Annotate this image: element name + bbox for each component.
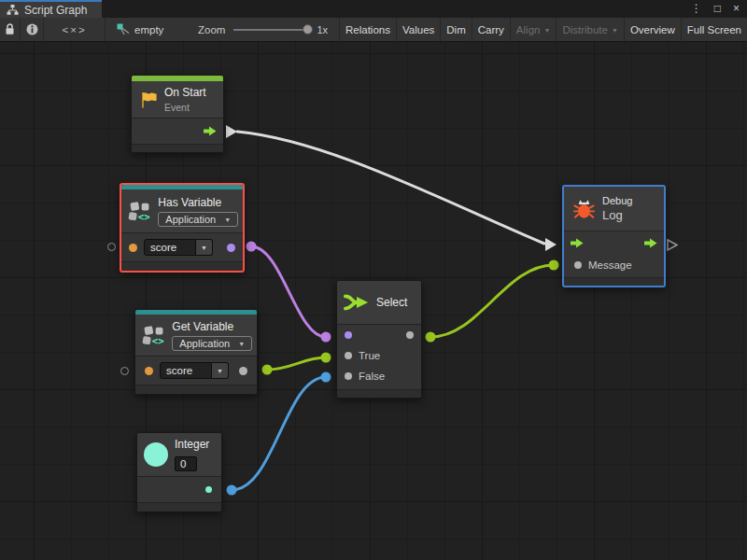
overview-label: Overview [630,24,675,35]
node-header: <> Has Variable Application ▼ [121,189,243,233]
node-subtitle: Log [602,208,632,222]
graph-toolbar: <×> empty Zoom 1x Relations Values Dim C… [0,18,747,42]
port-row: False [337,366,421,386]
true-port-label: True [359,350,380,361]
code-brackets-button[interactable]: <×> [44,18,106,41]
values-button[interactable]: Values [397,18,441,41]
full-screen-label: Full Screen [687,24,741,35]
integer-output-port[interactable] [205,486,212,493]
variable-name-field[interactable]: score ▼ [144,239,213,256]
zoom-slider-handle[interactable] [303,24,313,35]
node-integer[interactable]: Integer 0 [136,432,222,512]
zoom-value: 1x [317,24,328,35]
variable-scope-dropdown[interactable]: Application ▼ [158,212,238,227]
has-variable-unconnected-target-port[interactable] [107,243,116,251]
unity-visual-scripting-window: Script Graph ⋮ □ × <×> [0,0,747,560]
carry-label: Carry [478,24,504,35]
port-row: score ▼ [121,233,243,261]
node-footer [337,389,421,398]
window-controls: ⋮ □ × [691,0,740,18]
node-header: Select [337,281,421,325]
port-row: True [337,345,421,366]
variable-name-input-port[interactable] [145,367,153,375]
node-select[interactable]: Select True False [336,280,422,399]
result-output-port[interactable] [227,244,235,252]
align-button[interactable]: Align ▼ [511,18,557,41]
get-variable-unconnected-target-port[interactable] [120,367,129,375]
distribute-button[interactable]: Distribute ▼ [557,18,625,41]
value-output-port[interactable] [239,367,247,375]
svg-text:<>: <> [138,211,150,221]
true-input-port[interactable] [345,352,352,359]
node-footer [121,261,243,271]
dim-button[interactable]: Dim [441,18,472,41]
selection-status-label: empty [134,24,163,35]
values-label: Values [402,24,434,35]
code-brackets-label: <×> [63,24,87,35]
zoom-control: Zoom 1x [187,18,340,41]
carry-button[interactable]: Carry [472,18,511,41]
integer-value-input[interactable]: 0 [175,456,197,471]
node-header: Integer 0 [137,433,221,477]
full-screen-button[interactable]: Full Screen [682,18,747,41]
info-icon [26,23,38,35]
tab-script-graph[interactable]: Script Graph [0,0,102,18]
variables-icon: <> [128,201,151,221]
variable-scope-value: Application [165,214,216,225]
chevron-down-icon: ▼ [543,27,550,34]
chevron-down-icon[interactable]: ▼ [212,362,229,379]
graph-hierarchy-icon [7,5,19,15]
selection-status: empty [106,18,187,41]
variable-name-value: score [160,362,212,379]
variable-scope-dropdown[interactable]: Application ▼ [172,336,252,351]
lock-button[interactable] [0,18,21,41]
node-subtitle: Event [164,102,206,113]
node-header: Debug Log [564,187,664,231]
variables-icon: <> [142,325,165,345]
message-port-label: Message [588,259,632,271]
node-title: Get Variable [172,320,250,333]
info-button[interactable] [21,18,45,41]
distribute-label: Distribute [562,24,608,35]
node-get-variable[interactable]: <> Get Variable Application ▼ score ▼ [134,309,258,395]
port-row [137,477,221,502]
node-title: Debug [602,195,632,206]
lock-icon [5,23,15,35]
relations-button[interactable]: Relations [340,18,397,41]
tab-bar: Script Graph ⋮ □ × [0,0,747,18]
node-title: Select [376,296,407,309]
variable-name-field[interactable]: score ▼ [160,362,229,379]
node-debug-log[interactable]: Debug Log Message [562,185,666,287]
flow-exit-port[interactable] [644,238,657,248]
message-input-port[interactable] [574,261,582,269]
window-menu-icon[interactable]: ⋮ [691,0,702,18]
node-has-variable[interactable]: <> Has Variable Application ▼ score ▼ [120,183,245,273]
port-row [564,231,664,255]
node-title: Integer [175,438,209,451]
node-footer [137,502,221,511]
flow-exit-port[interactable] [204,126,217,136]
window-maximize-icon[interactable]: □ [714,0,721,18]
node-header: On Start Event [132,81,223,119]
port-row [337,325,421,345]
chevron-down-icon: ▼ [612,27,618,34]
node-header: <> Get Variable Application ▼ [135,315,257,357]
node-on-start[interactable]: On Start Event [131,75,224,153]
integer-icon [144,442,168,467]
zoom-label: Zoom [198,24,225,35]
condition-input-port[interactable] [345,331,352,339]
tab-title: Script Graph [24,4,87,17]
variable-name-input-port[interactable] [129,244,137,252]
flow-enter-port[interactable] [571,238,584,248]
chevron-down-icon: ▼ [224,217,231,223]
window-close-icon[interactable]: × [733,0,740,18]
zoom-slider[interactable] [233,29,308,31]
chevron-down-icon: ▼ [238,341,245,347]
chevron-down-icon[interactable]: ▼ [196,239,213,256]
select-icon [344,292,370,313]
false-input-port[interactable] [345,372,352,380]
selection-output-port[interactable] [406,331,414,339]
false-port-label: False [359,371,385,382]
overview-button[interactable]: Overview [625,18,682,41]
node-title: Has Variable [158,196,236,209]
